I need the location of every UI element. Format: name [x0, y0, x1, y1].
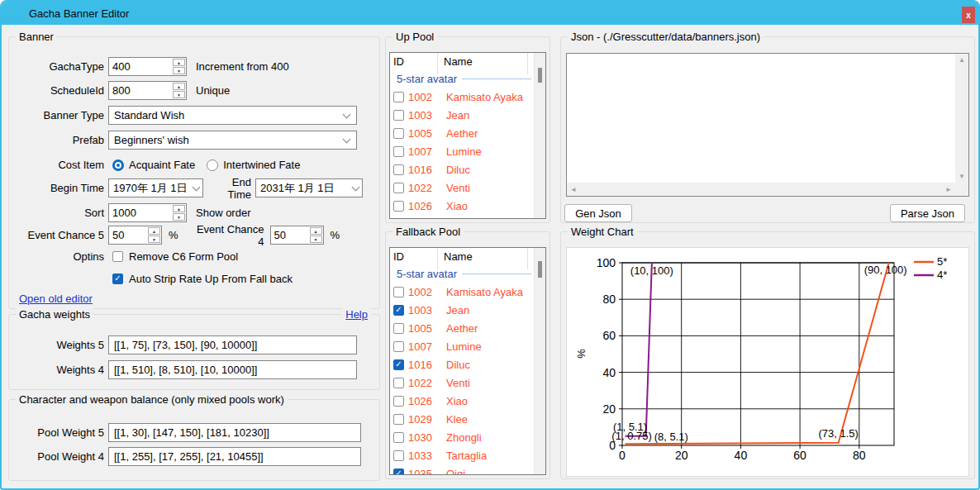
pool-row[interactable]: 1002Kamisato Ayaka: [390, 283, 534, 301]
pool-row[interactable]: 1007Lumine: [390, 142, 534, 160]
scroll-left-icon[interactable]: ◄: [569, 186, 578, 193]
rarity-group-row[interactable]: 5-star avatar: [390, 264, 534, 283]
radio-acquaint-fate[interactable]: Acquaint Fate: [112, 159, 195, 171]
row-checkbox[interactable]: [393, 378, 404, 388]
pool-row[interactable]: 1016Diluc: [390, 355, 534, 373]
up-pool-legend: Up Pool: [392, 31, 437, 43]
auto-strip-checkbox[interactable]: [112, 274, 123, 284]
pool-weight-5-input[interactable]: [[1, 30], [147, 150], [181, 10230]]: [108, 423, 361, 442]
row-checkbox[interactable]: [393, 128, 404, 139]
json-textarea[interactable]: ▲ ▼ ◄ ►: [566, 53, 969, 197]
event-chance-4-input[interactable]: 50 ▲▼: [270, 226, 324, 245]
schedule-id-label: ScheduleId: [16, 84, 104, 97]
row-checkbox[interactable]: [393, 146, 404, 157]
group-separator-line: [462, 274, 531, 274]
pool-row[interactable]: 1016Diluc: [390, 160, 534, 178]
column-header-name[interactable]: Name: [444, 250, 473, 263]
gacha-type-input[interactable]: 400 ▲▼: [108, 57, 187, 76]
spin-up-icon[interactable]: ▲: [310, 227, 322, 235]
spin-up-icon[interactable]: ▲: [148, 227, 160, 235]
scroll-right-icon[interactable]: ►: [944, 186, 953, 193]
pool-row[interactable]: 1022Venti: [390, 178, 534, 197]
scrollbar-thumb[interactable]: [538, 261, 542, 278]
row-name: Lumine: [446, 340, 482, 353]
pool-row[interactable]: 1022Venti: [390, 373, 534, 392]
event-chance-5-input[interactable]: 50 ▲▼: [108, 226, 162, 245]
pool-row[interactable]: 1003Jean: [390, 301, 534, 319]
weights-4-input[interactable]: [[1, 510], [8, 510], [10, 10000]]: [108, 360, 357, 379]
row-id: 1033: [408, 450, 438, 462]
row-checkbox[interactable]: [393, 287, 404, 297]
event-chance-4-label: Event Chance 4: [188, 223, 264, 248]
up-pool-list[interactable]: ID Name 5-star avatar 1002Kamisato Ayaka…: [389, 52, 546, 219]
rarity-group-row[interactable]: 5-star avatar: [390, 69, 534, 88]
row-checkbox[interactable]: [393, 92, 404, 102]
pool-row[interactable]: 1026Xiao: [390, 197, 534, 215]
row-checkbox[interactable]: [393, 110, 404, 121]
horizontal-scrollbar[interactable]: ◄ ►: [567, 183, 955, 196]
weights-5-input[interactable]: [[1, 75], [73, 150], [90, 10000]]: [108, 335, 357, 354]
gen-json-button[interactable]: Gen Json: [564, 204, 632, 222]
pool-row[interactable]: 1007Lumine: [390, 337, 534, 355]
sort-spinner: ▲▼: [172, 204, 186, 221]
close-button[interactable]: x: [962, 7, 975, 23]
begin-time-picker[interactable]: 1970年 1月 1日: [108, 178, 203, 197]
balance-group: Character and weapon balance (only mixed…: [8, 399, 380, 481]
pool-row[interactable]: 1029Klee: [390, 410, 534, 428]
row-checkbox[interactable]: [393, 414, 404, 425]
open-old-editor-link[interactable]: Open old editor: [19, 293, 93, 305]
spin-up-icon[interactable]: ▲: [173, 59, 185, 66]
row-checkbox[interactable]: [393, 183, 404, 193]
pool-row[interactable]: 1026Xiao: [390, 392, 534, 410]
svg-text:(1, 0.75): (1, 0.75): [611, 430, 651, 442]
sort-input[interactable]: 1000 ▲▼: [108, 203, 187, 222]
column-header-id[interactable]: ID: [393, 55, 404, 68]
row-checkbox[interactable]: [393, 164, 404, 175]
pool-row[interactable]: 1005Aether: [390, 124, 534, 142]
row-checkbox[interactable]: [393, 341, 404, 352]
vertical-scrollbar[interactable]: ▲ ▼: [955, 54, 968, 183]
vertical-scrollbar[interactable]: [534, 248, 545, 474]
help-link[interactable]: Help: [342, 308, 371, 321]
pool-row[interactable]: 1002Kamisato Ayaka: [390, 88, 534, 106]
scroll-down-icon[interactable]: ▼: [959, 170, 965, 183]
end-time-picker[interactable]: 2031年 1月 1日: [255, 178, 363, 197]
spin-down-icon[interactable]: ▼: [173, 213, 185, 221]
pool-row[interactable]: 1030Zhongli: [390, 428, 534, 446]
spin-down-icon[interactable]: ▼: [148, 235, 160, 243]
row-checkbox[interactable]: [393, 201, 404, 212]
spin-up-icon[interactable]: ▲: [173, 83, 185, 90]
row-checkbox[interactable]: [393, 396, 404, 407]
radio-intertwined-fate[interactable]: Intertwined Fate: [207, 159, 300, 171]
schedule-id-input[interactable]: 800 ▲▼: [108, 81, 187, 100]
row-checkbox[interactable]: [393, 450, 404, 461]
pool-row[interactable]: 1033Tartaglia: [390, 446, 534, 464]
row-checkbox[interactable]: [393, 432, 404, 443]
row-checkbox[interactable]: [393, 469, 404, 475]
parse-json-button[interactable]: Parse Json: [890, 204, 965, 222]
row-name: Kamisato Ayaka: [446, 286, 523, 298]
spin-down-icon[interactable]: ▼: [173, 91, 185, 98]
radio-icon[interactable]: [112, 159, 124, 171]
pool-row[interactable]: 1035Qiqi: [390, 464, 534, 474]
prefab-select[interactable]: Beginners' wish: [108, 131, 357, 150]
remove-c6-checkbox[interactable]: [112, 251, 123, 262]
pool-row[interactable]: 1003Jean: [390, 106, 534, 124]
vertical-scrollbar[interactable]: [534, 53, 545, 218]
fallback-pool-list[interactable]: ID Name 5-star avatar 1002Kamisato Ayaka…: [389, 247, 546, 475]
row-checkbox[interactable]: [393, 359, 404, 370]
pool-weight-4-input[interactable]: [[1, 255], [17, 255], [21, 10455]]: [108, 447, 361, 466]
column-header-name[interactable]: Name: [444, 55, 473, 68]
optins-row-1: Optins Remove C6 Form Pool: [16, 250, 376, 263]
banner-type-select[interactable]: Standard Wish: [108, 106, 357, 125]
radio-icon[interactable]: [207, 159, 218, 171]
spin-up-icon[interactable]: ▲: [173, 205, 185, 212]
spin-down-icon[interactable]: ▼: [310, 235, 322, 243]
pool-row[interactable]: 1005Aether: [390, 319, 534, 337]
scroll-up-icon[interactable]: ▲: [959, 54, 965, 66]
column-header-id[interactable]: ID: [393, 250, 404, 263]
scrollbar-thumb[interactable]: [538, 68, 542, 83]
row-checkbox[interactable]: [393, 323, 404, 334]
row-checkbox[interactable]: [393, 305, 404, 316]
spin-down-icon[interactable]: ▼: [173, 67, 185, 74]
